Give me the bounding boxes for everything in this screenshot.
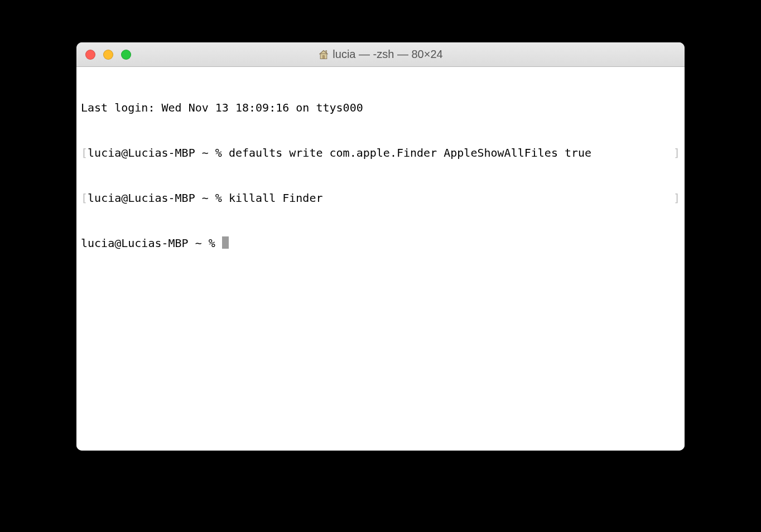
svg-rect-0 (320, 54, 327, 59)
command-text: killall Finder (229, 191, 323, 205)
minimize-button[interactable] (103, 50, 113, 60)
last-login-text: Last login: Wed Nov 13 18:09:16 on ttys0… (81, 100, 363, 115)
svg-rect-1 (323, 55, 325, 59)
window-titlebar[interactable]: lucia — -zsh — 80×24 (76, 42, 685, 67)
traffic-lights (76, 50, 131, 60)
zoom-button[interactable] (121, 50, 131, 60)
svg-rect-2 (326, 50, 327, 52)
terminal-window: lucia — -zsh — 80×24 Last login: Wed Nov… (76, 42, 685, 451)
cursor-icon (222, 236, 229, 249)
bracket-close-icon: ] (673, 191, 680, 206)
active-prompt-line[interactable]: lucia@Lucias-MBP ~ % (81, 236, 680, 251)
close-button[interactable] (85, 50, 95, 60)
prompt-text: lucia@Lucias-MBP ~ % (81, 236, 222, 250)
command-line: [lucia@Lucias-MBP ~ % defaults write com… (81, 146, 680, 161)
command-text: defaults write com.apple.Finder AppleSho… (229, 146, 591, 159)
bracket-close-icon: ] (673, 146, 680, 161)
terminal-viewport[interactable]: Last login: Wed Nov 13 18:09:16 on ttys0… (76, 67, 685, 451)
home-icon (318, 49, 329, 60)
prompt-text: lucia@Lucias-MBP ~ % (88, 146, 229, 159)
window-title: lucia — -zsh — 80×24 (76, 48, 685, 61)
window-title-text: lucia — -zsh — 80×24 (333, 48, 442, 61)
last-login-line: Last login: Wed Nov 13 18:09:16 on ttys0… (81, 100, 680, 115)
bracket-open-icon: [ (81, 146, 88, 161)
prompt-text: lucia@Lucias-MBP ~ % (88, 191, 229, 205)
bracket-open-icon: [ (81, 191, 88, 206)
command-line: [lucia@Lucias-MBP ~ % killall Finder] (81, 191, 680, 206)
